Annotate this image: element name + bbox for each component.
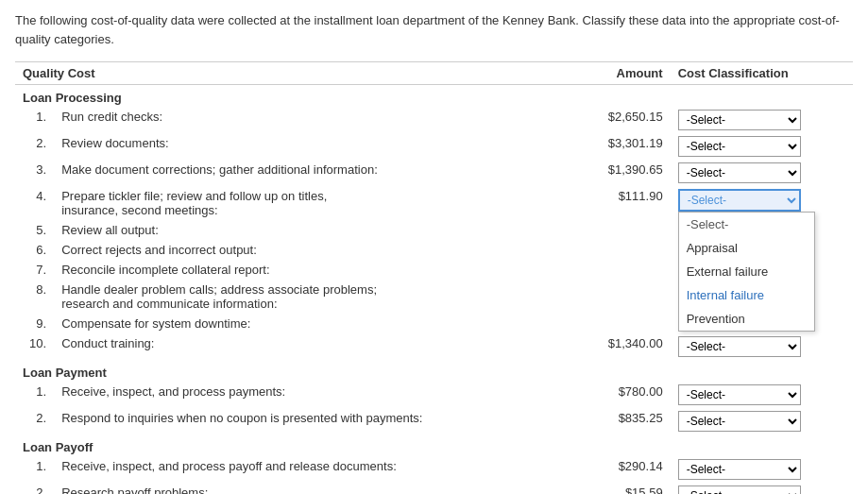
classification-select[interactable]: -Select-AppraisalExternal failureInterna… — [678, 485, 801, 494]
classification-select[interactable]: -Select-AppraisalExternal failureInterna… — [678, 336, 801, 357]
item-number: 1. — [15, 382, 54, 408]
item-amount: $111.90 — [568, 186, 671, 220]
intro-text: The following cost-of-quality data were … — [15, 11, 853, 48]
item-select-cell: -Select-AppraisalExternal failureInterna… — [671, 333, 853, 360]
amount-header: Amount — [568, 62, 671, 85]
item-description: Prepare tickler file; review and follow … — [54, 186, 568, 220]
item-description: Receive, inspect, and process payments: — [54, 382, 568, 408]
item-description: Reconcile incomplete collateral report: — [54, 260, 568, 280]
item-amount: $835.25 — [568, 408, 671, 434]
item-description: Conduct training: — [54, 333, 568, 360]
section-header-loan-payoff: Loan Payoff — [15, 434, 853, 456]
item-description: Receive, inspect, and process payoff and… — [54, 456, 568, 483]
table-row: 10.Conduct training:$1,340.00-Select-App… — [15, 333, 853, 360]
item-number: 1. — [15, 107, 54, 133]
item-amount — [568, 260, 671, 280]
item-select-cell: -Select-AppraisalExternal failureInterna… — [671, 107, 853, 133]
cost-classification-header: Cost Classification — [671, 62, 853, 85]
item-amount — [568, 220, 671, 240]
item-number: 6. — [15, 240, 54, 260]
item-select-cell: -Select-AppraisalExternal failureInterna… — [671, 382, 853, 408]
item-amount — [568, 280, 671, 314]
item-description: Make document corrections; gather additi… — [54, 160, 568, 186]
item-description: Run credit checks: — [54, 107, 568, 133]
dropdown-option[interactable]: Prevention — [679, 307, 814, 331]
dropdown-option[interactable]: Appraisal — [679, 236, 814, 260]
item-description: Review documents: — [54, 133, 568, 160]
item-description: Review all output: — [54, 220, 568, 240]
item-select-cell: -Select-AppraisalExternal failureInterna… — [671, 483, 853, 494]
dropdown-option[interactable]: -Select- — [679, 213, 814, 236]
item-amount — [568, 314, 671, 333]
classification-select[interactable]: -Select- — [678, 189, 801, 212]
item-description: Research payoff problems: — [54, 483, 568, 494]
item-number: 2. — [15, 408, 54, 434]
table-row: 2.Review documents:$3,301.19-Select-Appr… — [15, 133, 853, 160]
item-number: 8. — [15, 280, 54, 314]
dropdown-option[interactable]: Internal failure — [679, 283, 814, 307]
classification-select[interactable]: -Select-AppraisalExternal failureInterna… — [678, 110, 801, 130]
table-row: 1.Receive, inspect, and process payoff a… — [15, 456, 853, 483]
item-number: 3. — [15, 160, 54, 186]
item-amount: $1,340.00 — [568, 333, 671, 360]
item-select-cell: -Select-AppraisalExternal failureInterna… — [671, 133, 853, 160]
item-number: 1. — [15, 456, 54, 483]
table-row: 4.Prepare tickler file; review and follo… — [15, 186, 853, 220]
dropdown-option[interactable]: External failure — [679, 260, 814, 283]
item-select-cell: -Select-AppraisalExternal failureInterna… — [671, 408, 853, 434]
classification-select[interactable]: -Select-AppraisalExternal failureInterna… — [678, 162, 801, 183]
table-row: 1.Run credit checks:$2,650.15-Select-App… — [15, 107, 853, 133]
section-header-loan-payment: Loan Payment — [15, 360, 853, 382]
quality-cost-header: Quality Cost — [15, 62, 568, 85]
item-number: 10. — [15, 333, 54, 360]
table-row: 2.Respond to inquiries when no coupon is… — [15, 408, 853, 434]
dropdown-popup: -Select-AppraisalExternal failureInterna… — [678, 212, 815, 332]
item-number: 2. — [15, 133, 54, 160]
item-select-cell: -Select--Select-AppraisalExternal failur… — [671, 186, 853, 220]
item-amount: $3,301.19 — [568, 133, 671, 160]
item-number: 9. — [15, 314, 54, 333]
classification-select[interactable]: -Select-AppraisalExternal failureInterna… — [678, 136, 801, 157]
item-description: Compensate for system downtime: — [54, 314, 568, 333]
section-title-loan-processing: Loan Processing — [15, 85, 853, 108]
item-number: 4. — [15, 186, 54, 220]
classification-select[interactable]: -Select-AppraisalExternal failureInterna… — [678, 411, 801, 432]
table-row: 2.Research payoff problems:$15.59-Select… — [15, 483, 853, 494]
section-title-loan-payment: Loan Payment — [15, 360, 853, 382]
section-header-loan-processing: Loan Processing — [15, 85, 853, 108]
item-amount: $1,390.65 — [568, 160, 671, 186]
item-number: 2. — [15, 483, 54, 494]
section-title-loan-payoff: Loan Payoff — [15, 434, 853, 456]
dropdown-container: -Select--Select-AppraisalExternal failur… — [678, 189, 801, 212]
item-description: Respond to inquiries when no coupon is p… — [54, 408, 568, 434]
item-number: 7. — [15, 260, 54, 280]
table-row: 3.Make document corrections; gather addi… — [15, 160, 853, 186]
table-row: 1.Receive, inspect, and process payments… — [15, 382, 853, 408]
item-amount: $780.00 — [568, 382, 671, 408]
item-amount: $15.59 — [568, 483, 671, 494]
item-description: Correct rejects and incorrect output: — [54, 240, 568, 260]
classification-select[interactable]: -Select-AppraisalExternal failureInterna… — [678, 459, 801, 480]
item-select-cell: -Select-AppraisalExternal failureInterna… — [671, 456, 853, 483]
item-select-cell: -Select-AppraisalExternal failureInterna… — [671, 160, 853, 186]
item-amount — [568, 240, 671, 260]
classification-select[interactable]: -Select-AppraisalExternal failureInterna… — [678, 384, 801, 405]
item-number: 5. — [15, 220, 54, 240]
item-amount: $290.14 — [568, 456, 671, 483]
item-amount: $2,650.15 — [568, 107, 671, 133]
item-description: Handle dealer problem calls; address ass… — [54, 280, 568, 314]
table-header: Quality Cost Amount Cost Classification — [15, 62, 853, 85]
